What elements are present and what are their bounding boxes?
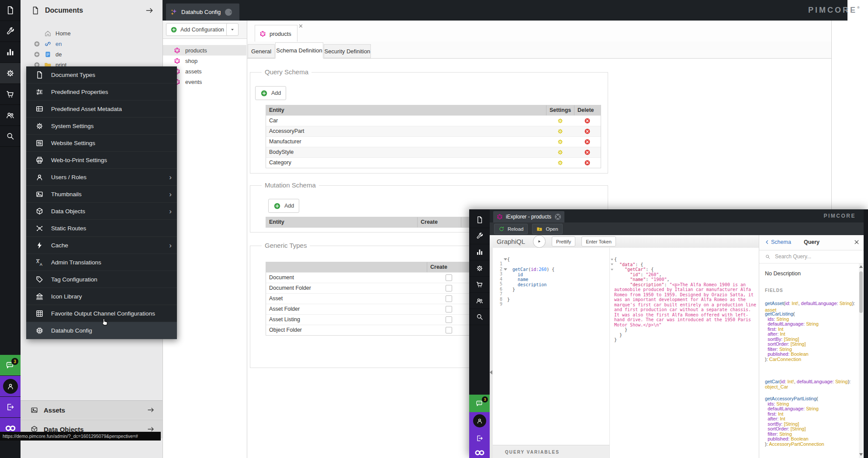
tree-item-home[interactable]: Home bbox=[21, 28, 163, 38]
rail-item-notifications[interactable]: 3 bbox=[0, 355, 21, 375]
settings-gear-icon[interactable] bbox=[557, 160, 564, 166]
menu-item-predefined-properties[interactable]: Predefined Properties bbox=[26, 83, 177, 101]
rail-item-pimcore[interactable] bbox=[469, 447, 490, 458]
column-settings[interactable]: Settings bbox=[546, 105, 574, 115]
column-create[interactable]: Create bbox=[427, 262, 470, 272]
table-row[interactable]: BodyStyle bbox=[266, 147, 601, 157]
open-button[interactable]: Open bbox=[532, 224, 562, 234]
rail-item-settings[interactable] bbox=[0, 63, 21, 84]
settings-gear-icon[interactable] bbox=[557, 128, 564, 135]
rail-item-documents[interactable] bbox=[0, 0, 21, 21]
menu-item-data-objects[interactable]: Data Objects› bbox=[26, 203, 177, 220]
tab-close-button[interactable] bbox=[225, 9, 232, 16]
column-entity[interactable]: Entity bbox=[266, 105, 546, 115]
tab-schema-definition[interactable]: Schema Definition bbox=[275, 42, 323, 59]
scroll-down-icon[interactable] bbox=[859, 453, 863, 456]
rail-item-ecommerce[interactable] bbox=[469, 277, 490, 293]
delete-icon[interactable] bbox=[584, 128, 591, 135]
tab-general[interactable]: General bbox=[248, 44, 275, 58]
create-checkbox[interactable] bbox=[446, 306, 452, 312]
table-row[interactable]: Manufacturer bbox=[266, 136, 601, 147]
table-row[interactable]: Asset Folder bbox=[266, 304, 503, 314]
rail-item-logout[interactable] bbox=[469, 430, 490, 447]
query-editor[interactable]: 1 2 3 4 5 6 7 8 9 { getCar(id:260) { id … bbox=[493, 248, 609, 445]
enter-token-button[interactable]: Enter Token bbox=[581, 236, 616, 246]
column-delete[interactable]: Delete bbox=[574, 105, 601, 115]
column-entity[interactable]: Entity bbox=[266, 217, 417, 227]
rail-item-reports[interactable] bbox=[469, 244, 490, 260]
menu-item-users-roles[interactable]: Users / Roles› bbox=[26, 169, 177, 186]
menu-item-system-settings[interactable]: System Settings bbox=[26, 118, 177, 135]
fold-arrow-icon[interactable] bbox=[611, 264, 613, 265]
menu-item-admin-translations[interactable]: XAAdmin Translations bbox=[26, 254, 177, 271]
collapse-arrow-icon[interactable] bbox=[145, 6, 154, 15]
rail-item-customers[interactable] bbox=[0, 105, 21, 126]
tab-products[interactable]: products bbox=[255, 25, 297, 42]
tab-iexplorer-products[interactable]: iExplorer - products bbox=[493, 211, 564, 222]
accordion-assets[interactable]: Assets bbox=[21, 400, 163, 419]
rail-item-search[interactable] bbox=[0, 126, 21, 147]
menu-item-website-settings[interactable]: Website Settings bbox=[26, 135, 177, 152]
docs-scrollbar[interactable] bbox=[859, 264, 863, 458]
query-code[interactable]: { getCar(id:260) { id name description }… bbox=[507, 257, 609, 302]
rail-item-search[interactable] bbox=[469, 309, 490, 325]
delete-icon[interactable] bbox=[584, 149, 591, 156]
fold-arrow-icon[interactable] bbox=[504, 268, 507, 271]
menu-item-cache[interactable]: Cache› bbox=[26, 237, 177, 254]
table-row[interactable]: Document bbox=[266, 272, 503, 283]
expand-plus-icon[interactable] bbox=[34, 41, 40, 47]
table-row[interactable]: Object Folder bbox=[266, 325, 503, 335]
menu-item-datahub-config[interactable]: Datahub Config bbox=[26, 322, 177, 339]
column-type[interactable] bbox=[266, 262, 427, 272]
table-row[interactable]: Document Folder bbox=[266, 283, 503, 293]
expand-plus-icon[interactable] bbox=[34, 51, 40, 58]
tab-datahub-config[interactable]: Datahub Config bbox=[166, 3, 239, 21]
rail-item-notifications[interactable]: 3 bbox=[469, 395, 490, 412]
delete-icon[interactable] bbox=[584, 118, 591, 124]
rail-item-tools[interactable] bbox=[0, 21, 21, 42]
menu-item-static-routes[interactable]: Static Routes bbox=[26, 220, 177, 237]
create-checkbox[interactable] bbox=[446, 327, 452, 333]
config-item-shop[interactable]: shop bbox=[163, 56, 246, 66]
tab-security-definition[interactable]: Security Definition bbox=[324, 44, 371, 58]
add-configuration-button[interactable]: Add Configuration bbox=[166, 23, 228, 36]
table-row[interactable]: Car bbox=[266, 115, 601, 126]
rail-item-logout[interactable] bbox=[0, 397, 21, 417]
tree-item-en[interactable]: en bbox=[21, 38, 163, 49]
query-variables-bar[interactable]: QUERY VARIABLES bbox=[493, 445, 609, 458]
table-row[interactable]: AccessoryPart bbox=[266, 126, 601, 136]
fold-arrow-icon[interactable] bbox=[611, 269, 613, 271]
menu-item-thumbnails[interactable]: Thumbnails› bbox=[26, 186, 177, 203]
settings-gear-icon[interactable] bbox=[557, 139, 564, 145]
rail-item-customers[interactable] bbox=[469, 293, 490, 309]
fold-arrow-icon[interactable] bbox=[504, 258, 507, 260]
menu-item-document-types[interactable]: Document Types bbox=[26, 66, 177, 83]
reload-button[interactable]: Reload bbox=[494, 224, 528, 234]
settings-gear-icon[interactable] bbox=[557, 118, 564, 124]
add-configuration-caret-button[interactable] bbox=[226, 23, 239, 36]
rail-item-documents[interactable] bbox=[469, 212, 490, 228]
delete-icon[interactable] bbox=[584, 160, 591, 166]
execute-query-button[interactable] bbox=[533, 235, 546, 248]
fold-arrow-icon[interactable] bbox=[611, 259, 613, 260]
rail-item-profile[interactable] bbox=[0, 376, 21, 396]
tab-close-icon[interactable] bbox=[298, 24, 303, 28]
scroll-up-icon[interactable] bbox=[859, 265, 863, 268]
menu-item-tag-configuration[interactable]: Tag Configuration bbox=[26, 271, 177, 288]
search-query-input[interactable] bbox=[774, 253, 850, 260]
delete-icon[interactable] bbox=[584, 139, 591, 145]
create-checkbox[interactable] bbox=[446, 295, 452, 302]
rail-item-profile[interactable] bbox=[469, 412, 490, 430]
create-checkbox[interactable] bbox=[446, 285, 452, 291]
table-row[interactable]: Category bbox=[266, 157, 601, 168]
field-getCarListing[interactable]: getCarListing( ids: String defaultLangua… bbox=[765, 311, 857, 361]
config-item-products[interactable]: products bbox=[163, 45, 246, 56]
field-getAsset[interactable]: getAsset(id: Int!, defaultLanguage: Stri… bbox=[765, 300, 857, 305]
scrollbar-thumb[interactable] bbox=[859, 271, 863, 313]
rail-item-settings[interactable] bbox=[469, 260, 490, 277]
mutation-add-button[interactable]: Add bbox=[268, 199, 299, 213]
rail-item-ecommerce[interactable] bbox=[0, 84, 21, 105]
field-getAccessoryPartListing[interactable]: getAccessoryPartListing( ids: String def… bbox=[765, 396, 857, 446]
menu-item-icon-library[interactable]: Icon Library bbox=[26, 288, 177, 305]
menu-item-web-to-print[interactable]: Web-to-Print Settings bbox=[26, 152, 177, 169]
